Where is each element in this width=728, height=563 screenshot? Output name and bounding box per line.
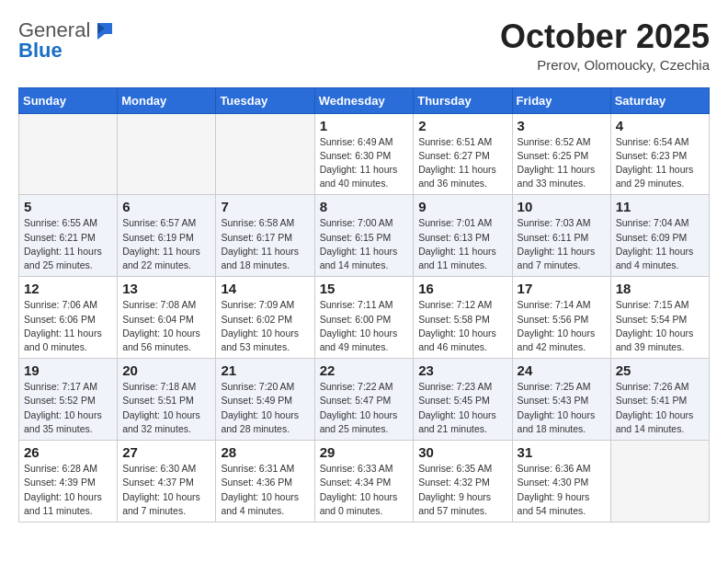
day-info: Sunrise: 6:33 AMSunset: 4:34 PMDaylight:…	[320, 462, 409, 518]
day-info: Sunrise: 7:26 AMSunset: 5:41 PMDaylight:…	[616, 380, 704, 436]
calendar-week-row: 12Sunrise: 7:06 AMSunset: 6:06 PMDayligh…	[19, 277, 710, 359]
day-number: 10	[518, 199, 606, 214]
day-number: 29	[320, 444, 409, 460]
day-number: 8	[320, 199, 409, 214]
calendar-week-row: 1Sunrise: 6:49 AMSunset: 6:30 PMDaylight…	[19, 113, 710, 195]
day-number: 16	[418, 281, 506, 296]
logo-blue: Blue	[18, 39, 63, 63]
day-number: 14	[221, 281, 309, 296]
day-number: 9	[418, 199, 506, 214]
weekday-header: Wednesday	[314, 87, 414, 113]
day-number: 27	[122, 444, 210, 460]
calendar-cell: 4Sunrise: 6:54 AMSunset: 6:23 PMDaylight…	[610, 113, 709, 195]
day-number: 25	[616, 362, 704, 378]
day-info: Sunrise: 6:31 AMSunset: 4:36 PMDaylight:…	[221, 462, 309, 518]
calendar-cell: 1Sunrise: 6:49 AMSunset: 6:30 PMDaylight…	[314, 113, 414, 195]
calendar-cell: 29Sunrise: 6:33 AMSunset: 4:34 PMDayligh…	[314, 441, 414, 523]
weekday-header: Sunday	[19, 87, 118, 113]
weekday-header: Saturday	[610, 87, 709, 113]
day-info: Sunrise: 7:00 AMSunset: 6:15 PMDaylight:…	[320, 216, 409, 272]
logo: General Blue	[18, 18, 114, 63]
day-number: 20	[122, 362, 210, 378]
calendar-cell: 9Sunrise: 7:01 AMSunset: 6:13 PMDaylight…	[414, 195, 512, 277]
weekday-header: Monday	[118, 87, 216, 113]
calendar-cell: 26Sunrise: 6:28 AMSunset: 4:39 PMDayligh…	[19, 441, 118, 523]
calendar-cell: 30Sunrise: 6:35 AMSunset: 4:32 PMDayligh…	[414, 441, 512, 523]
calendar-cell: 18Sunrise: 7:15 AMSunset: 5:54 PMDayligh…	[610, 277, 709, 359]
day-number: 12	[24, 281, 112, 296]
day-number: 1	[320, 118, 409, 133]
day-number: 23	[418, 362, 506, 378]
weekday-header: Tuesday	[216, 87, 314, 113]
day-number: 6	[122, 199, 210, 214]
day-info: Sunrise: 7:22 AMSunset: 5:47 PMDaylight:…	[320, 380, 409, 436]
day-number: 18	[616, 281, 704, 296]
day-number: 22	[320, 362, 409, 378]
day-info: Sunrise: 6:57 AMSunset: 6:19 PMDaylight:…	[122, 216, 210, 272]
day-info: Sunrise: 7:06 AMSunset: 6:06 PMDaylight:…	[24, 298, 112, 354]
calendar-cell: 23Sunrise: 7:23 AMSunset: 5:45 PMDayligh…	[414, 359, 512, 441]
page-header: General Blue October 2025 Prerov, Olomou…	[18, 18, 710, 73]
calendar-header-row: SundayMondayTuesdayWednesdayThursdayFrid…	[19, 87, 710, 113]
day-info: Sunrise: 7:18 AMSunset: 5:51 PMDaylight:…	[122, 380, 210, 436]
calendar-cell	[118, 113, 216, 195]
calendar-cell: 8Sunrise: 7:00 AMSunset: 6:15 PMDaylight…	[314, 195, 414, 277]
day-info: Sunrise: 7:17 AMSunset: 5:52 PMDaylight:…	[24, 380, 112, 436]
calendar-cell: 27Sunrise: 6:30 AMSunset: 4:37 PMDayligh…	[118, 441, 216, 523]
day-number: 13	[122, 281, 210, 296]
calendar-cell	[19, 113, 118, 195]
weekday-header: Thursday	[414, 87, 512, 113]
day-number: 3	[518, 118, 606, 133]
calendar-cell	[216, 113, 314, 195]
day-info: Sunrise: 7:09 AMSunset: 6:02 PMDaylight:…	[221, 298, 309, 354]
calendar-cell: 7Sunrise: 6:58 AMSunset: 6:17 PMDaylight…	[216, 195, 314, 277]
day-info: Sunrise: 6:55 AMSunset: 6:21 PMDaylight:…	[24, 216, 112, 272]
calendar-cell: 13Sunrise: 7:08 AMSunset: 6:04 PMDayligh…	[118, 277, 216, 359]
day-number: 28	[221, 444, 309, 460]
day-info: Sunrise: 6:28 AMSunset: 4:39 PMDaylight:…	[24, 462, 112, 518]
calendar-cell: 21Sunrise: 7:20 AMSunset: 5:49 PMDayligh…	[216, 359, 314, 441]
day-number: 7	[221, 199, 309, 214]
calendar-cell: 5Sunrise: 6:55 AMSunset: 6:21 PMDaylight…	[19, 195, 118, 277]
calendar-cell: 20Sunrise: 7:18 AMSunset: 5:51 PMDayligh…	[118, 359, 216, 441]
calendar-cell: 10Sunrise: 7:03 AMSunset: 6:11 PMDayligh…	[512, 195, 610, 277]
calendar-cell: 11Sunrise: 7:04 AMSunset: 6:09 PMDayligh…	[610, 195, 709, 277]
day-info: Sunrise: 6:52 AMSunset: 6:25 PMDaylight:…	[518, 135, 606, 191]
day-number: 15	[320, 281, 409, 296]
calendar-week-row: 19Sunrise: 7:17 AMSunset: 5:52 PMDayligh…	[19, 359, 710, 441]
day-number: 11	[616, 199, 704, 214]
calendar-week-row: 26Sunrise: 6:28 AMSunset: 4:39 PMDayligh…	[19, 441, 710, 523]
day-info: Sunrise: 7:12 AMSunset: 5:58 PMDaylight:…	[418, 298, 506, 354]
weekday-header: Friday	[512, 87, 610, 113]
calendar-cell: 22Sunrise: 7:22 AMSunset: 5:47 PMDayligh…	[314, 359, 414, 441]
day-info: Sunrise: 6:58 AMSunset: 6:17 PMDaylight:…	[221, 216, 309, 272]
day-number: 26	[24, 444, 112, 460]
day-info: Sunrise: 6:51 AMSunset: 6:27 PMDaylight:…	[418, 135, 506, 191]
day-info: Sunrise: 7:20 AMSunset: 5:49 PMDaylight:…	[221, 380, 309, 436]
calendar-week-row: 5Sunrise: 6:55 AMSunset: 6:21 PMDaylight…	[19, 195, 710, 277]
calendar-cell: 17Sunrise: 7:14 AMSunset: 5:56 PMDayligh…	[512, 277, 610, 359]
calendar-cell: 6Sunrise: 6:57 AMSunset: 6:19 PMDaylight…	[118, 195, 216, 277]
month-title: October 2025	[500, 18, 710, 55]
day-info: Sunrise: 6:54 AMSunset: 6:23 PMDaylight:…	[616, 135, 704, 191]
calendar-cell: 3Sunrise: 6:52 AMSunset: 6:25 PMDaylight…	[512, 113, 610, 195]
calendar-cell: 25Sunrise: 7:26 AMSunset: 5:41 PMDayligh…	[610, 359, 709, 441]
title-block: October 2025 Prerov, Olomoucky, Czechia	[500, 18, 710, 73]
day-info: Sunrise: 7:14 AMSunset: 5:56 PMDaylight:…	[518, 298, 606, 354]
calendar-cell: 16Sunrise: 7:12 AMSunset: 5:58 PMDayligh…	[414, 277, 512, 359]
day-number: 2	[418, 118, 506, 133]
day-number: 30	[418, 444, 506, 460]
calendar-cell: 2Sunrise: 6:51 AMSunset: 6:27 PMDaylight…	[414, 113, 512, 195]
day-number: 17	[518, 281, 606, 296]
location: Prerov, Olomoucky, Czechia	[500, 57, 710, 73]
day-info: Sunrise: 6:49 AMSunset: 6:30 PMDaylight:…	[320, 135, 409, 191]
calendar-cell: 15Sunrise: 7:11 AMSunset: 6:00 PMDayligh…	[314, 277, 414, 359]
calendar-cell	[610, 441, 709, 523]
calendar-cell: 28Sunrise: 6:31 AMSunset: 4:36 PMDayligh…	[216, 441, 314, 523]
day-info: Sunrise: 7:23 AMSunset: 5:45 PMDaylight:…	[418, 380, 506, 436]
calendar-cell: 14Sunrise: 7:09 AMSunset: 6:02 PMDayligh…	[216, 277, 314, 359]
day-info: Sunrise: 7:25 AMSunset: 5:43 PMDaylight:…	[518, 380, 606, 436]
day-info: Sunrise: 7:04 AMSunset: 6:09 PMDaylight:…	[616, 216, 704, 272]
calendar-cell: 19Sunrise: 7:17 AMSunset: 5:52 PMDayligh…	[19, 359, 118, 441]
day-number: 5	[24, 199, 112, 214]
